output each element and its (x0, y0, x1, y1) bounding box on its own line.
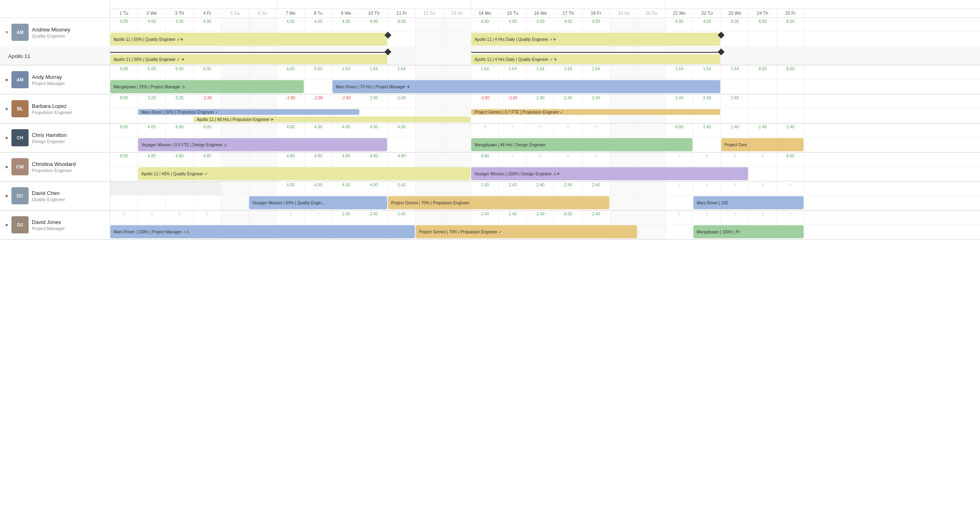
grid-cell-4 (221, 210, 249, 224)
grid-cell-12 (443, 94, 471, 108)
day-header-15: 16 We (527, 9, 555, 18)
grid-cell-8: 2.40 (332, 210, 360, 224)
grid-cell-13: 2.40 (471, 181, 499, 195)
week-labels-row (110, 0, 980, 9)
day-header-5: 6 Su (249, 9, 277, 18)
resource-title: Quality Engineer (32, 34, 70, 38)
grid-cell-15: 0 (527, 123, 555, 137)
day-header-19: 20 Su (638, 9, 666, 18)
grid-cell-10: 2.40 (388, 210, 416, 224)
grid-cell-0: 8.00 (110, 94, 138, 108)
grid-cell-9: 4.80 (360, 152, 388, 166)
grid-cell-17: 0 (582, 152, 610, 166)
grid-cell-22: 0 (721, 152, 749, 166)
expand-icon[interactable]: ▶ (4, 106, 10, 112)
grid-cell-4 (221, 94, 249, 108)
grid-cell-11 (416, 94, 443, 108)
resource-section-0: ▼AMAndrew MooneyQuality Engineer4.004.00… (0, 18, 980, 65)
resource-name: David Chen (32, 190, 65, 196)
gantt-body[interactable]: ▼AMAndrew MooneyQuality Engineer4.004.00… (0, 18, 980, 506)
apollo-grid: Apollo 11 | 50% | Quality Engineer ✓ ✈Ap… (110, 47, 980, 65)
grid-cell-4 (221, 181, 249, 195)
expand-icon[interactable]: ▶ (4, 135, 10, 141)
grid-cell-24: 8.00 (777, 152, 804, 166)
grid-cell-7: 4.00 (305, 18, 332, 31)
grid-cell-17: 2.40 (582, 210, 610, 224)
grid-cell-16: 4.00 (555, 18, 582, 31)
grid-cell-7: -2.80 (305, 94, 332, 108)
day-header-16: 17 Th (555, 9, 582, 18)
grid-cell-20: 4.00 (666, 18, 693, 31)
grid-cell-1: 4.80 (138, 152, 166, 166)
resource-grid-5: 4.004.004.004.002.402.402.402.402.402.40… (110, 181, 980, 210)
resource-column-header (0, 0, 110, 18)
header-row: 1 Tu2 We3 Th4 Fr5 Sa6 Su7 Mo8 Tu9 We10 T… (0, 0, 980, 18)
expand-icon[interactable]: ▼ (4, 29, 10, 35)
resource-grid-4: 8.004.804.804.804.804.804.804.804.804.80… (110, 152, 980, 181)
grid-cell-8: 4.00 (332, 181, 360, 195)
grid-cell-6: 0 (277, 210, 305, 224)
task-rows-container: Voyager Mission | 50% | Quality Engin...… (110, 195, 980, 210)
resource-info-6: ▶DJDavid JonesProject Manager (0, 210, 110, 239)
grid-cell-6: 4.00 (277, 123, 305, 137)
avatar: DC (11, 187, 29, 204)
grid-cell-18 (610, 210, 638, 224)
grid-cell-15: 2.40 (527, 181, 555, 195)
grid-cell-24: 8.00 (777, 65, 804, 79)
grid-cell-20: 1.64 (666, 65, 693, 79)
grid-cell-21: 2.40 (693, 123, 721, 137)
grid-cell-9: 1.64 (360, 65, 388, 79)
resource-row-4: ▶CWChristina WoodardPropulsion Engineer8… (0, 152, 980, 181)
grid-cell-11 (416, 123, 443, 137)
grid-cell-5 (249, 65, 277, 79)
grid-cell-16: 0 (555, 123, 582, 137)
grid-cell-18 (610, 123, 638, 137)
resource-section-3: ▶CHChris HamiltonDesign Engineer8.004.00… (0, 123, 980, 152)
grid-cell-22: 2.40 (721, 94, 749, 108)
grid-cell-13: 2.40 (471, 210, 499, 224)
grid-cell-3: 4.80 (194, 152, 221, 166)
resource-section-2: ▶BLBarbara LopezPropulsion Engineer8.003… (0, 94, 980, 123)
expand-icon[interactable]: ▶ (4, 222, 10, 228)
resource-name: David Jones (32, 219, 65, 225)
grid-cell-6: 6.00 (277, 65, 305, 79)
day-header-23: 24 Th (749, 9, 777, 18)
grid-cell-8: 4.00 (332, 123, 360, 137)
resource-section-1: ▶AMAndy MurrayProject Manager6.006.006.0… (0, 65, 980, 94)
grid-cell-17: 4.00 (582, 18, 610, 31)
resource-name: Christina Woodard (32, 161, 76, 167)
grid-cell-1: 4.00 (138, 123, 166, 137)
grid-cell-20: 0 (666, 210, 693, 224)
grid-cell-20: 8.00 (666, 123, 693, 137)
grid-cell-3: -2.80 (194, 94, 221, 108)
expand-icon[interactable]: ▶ (4, 77, 10, 83)
grid-cell-18 (610, 152, 638, 166)
grid-cell-23: 2.40 (749, 123, 777, 137)
grid-cell-16: 2.40 (555, 94, 582, 108)
task-rows-container: Mars Rover | 60% | Propulsion Engineer ✓… (110, 108, 980, 123)
grid-cell-13: 4.00 (471, 18, 499, 31)
grid-cell-8: 1.64 (332, 65, 360, 79)
grid-cell-24: 0 (777, 181, 804, 195)
avatar: DJ (11, 216, 29, 233)
avatar: AM (11, 71, 29, 88)
grid-cell-6: 4.00 (277, 181, 305, 195)
grid-cell-18 (610, 181, 638, 195)
grid-cell-3: 0 (194, 210, 221, 224)
grid-cell-16: 1.64 (555, 65, 582, 79)
grid-cell-19 (638, 210, 666, 224)
grid-cell-12 (443, 123, 471, 137)
expand-icon[interactable]: ▶ (4, 193, 10, 199)
resource-title: Propulsion Engineer (32, 110, 72, 115)
grid-cell-19 (638, 94, 666, 108)
grid-cell-2: 3.20 (166, 94, 194, 108)
task-rows-container: Mangalyaan | 25% | Project Manager ⚠Mars… (110, 79, 980, 94)
resource-title: Propulsion Engineer (32, 168, 76, 173)
resource-info-0: ▼AMAndrew MooneyQuality Engineer (0, 18, 110, 47)
grid-cell-4 (221, 123, 249, 137)
grid-cell-15: 2.40 (527, 210, 555, 224)
expand-icon[interactable]: ▶ (4, 164, 10, 170)
day-header-3: 4 Fr (194, 9, 221, 18)
day-header-14: 15 Tu (499, 9, 527, 18)
day-header-8: 9 We (332, 9, 360, 18)
